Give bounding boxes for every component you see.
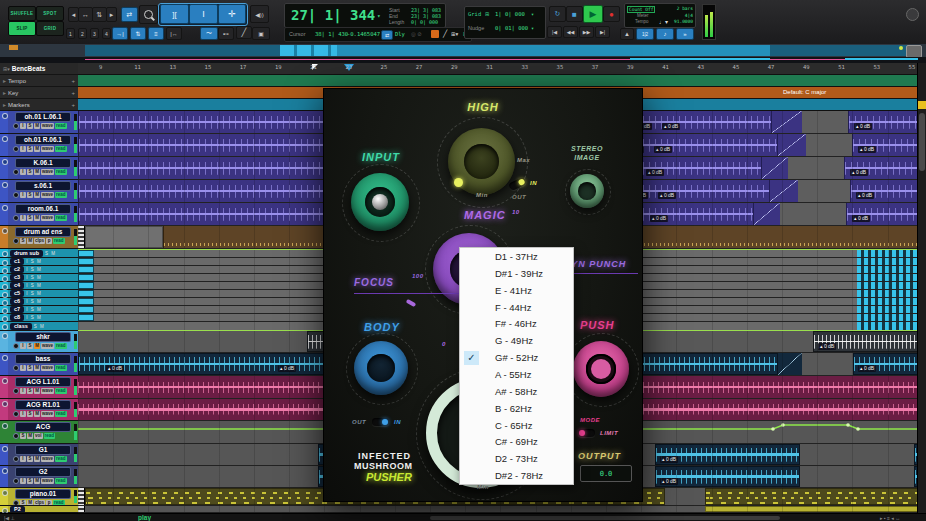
clip-cyancluster[interactable] [857,306,918,313]
zoom-tool-button[interactable] [139,5,158,24]
track-name[interactable]: c5 [10,290,24,297]
track-button-wave[interactable]: wave [41,192,54,198]
track-button-wave[interactable]: wave [41,343,54,349]
grid-value[interactable]: 1| 0| 000 [495,11,525,17]
bottom-zoom-icons[interactable]: ▸ ▪ ≡ ◂ ↔ [880,515,900,521]
body-in-out-toggle[interactable] [372,418,389,426]
clip-cyancluster[interactable] [857,250,918,257]
dropdown-item[interactable]: A# - 58Hz [460,383,573,400]
track-name[interactable]: K.06.1 [15,158,71,168]
clip-cyancluster[interactable] [857,266,918,273]
track-buttons-small[interactable]: I S M [26,267,42,272]
track-button-wave[interactable]: wave [41,123,54,129]
edit-mode-grid[interactable]: GRID [36,21,64,36]
record-enable-icon[interactable] [13,238,19,244]
track-name[interactable]: ACG [15,422,71,432]
track-color-strip[interactable] [0,466,8,488]
meter-label[interactable]: Meter [637,13,649,18]
tempo-value[interactable]: 91.0000 [674,19,693,24]
clip-cyancluster[interactable] [857,290,918,297]
clip-cyancluster[interactable] [857,258,918,265]
clip-limit-toggle[interactable] [578,429,595,437]
insertion-follows-button[interactable]: |↔ [166,27,182,40]
track-color-strip[interactable] [0,226,8,249]
track-button-wave[interactable]: wave [41,411,54,417]
track-buttons-small[interactable]: I S M [26,283,42,288]
selector-tool-button[interactable]: I [189,4,218,24]
record-enable-icon[interactable] [13,169,19,175]
rewind-button[interactable]: ◀◀ [563,26,578,38]
track-header[interactable]: c1I S M [8,258,78,266]
return-to-zero-button[interactable]: |◀ [547,26,562,38]
add-tempo-icon[interactable]: + [71,78,75,84]
focus-slider-handle[interactable] [406,299,417,307]
record-enable-icon[interactable] [13,343,19,349]
session-name-header[interactable]: ⊞▾ BencBeats [0,63,78,75]
track-button-s[interactable]: S [27,123,33,129]
track-buttons-small[interactable]: I S M [26,259,42,264]
automation-read-button[interactable]: read [55,456,67,462]
zoom-vertical-icon[interactable]: ⇅ [92,7,107,22]
clip-pfade[interactable] [762,157,788,179]
mini-keyboard[interactable] [78,488,85,505]
track-header[interactable]: drum ad ensSMclpspread [8,226,78,249]
track-buttons-small[interactable]: I S M [26,299,42,304]
clip-bfade[interactable] [778,353,802,375]
clip-pfade[interactable] [754,203,780,225]
clip-pfade[interactable] [770,180,798,202]
session-status-icon[interactable] [431,30,439,38]
clip-cyancluster[interactable] [857,322,918,330]
fast-forward-button[interactable]: ▶▶ [579,26,594,38]
layered-editing-button[interactable]: ⊷ [218,27,234,40]
track-name[interactable]: c7 [10,306,24,313]
track-color-strip[interactable] [0,322,8,331]
dropdown-item[interactable]: F - 44Hz [460,299,573,316]
clip-cyan[interactable] [78,274,94,281]
track-name[interactable]: c1 [10,258,24,265]
track-button-m[interactable]: M [34,215,40,221]
track-button-wave[interactable]: wave [41,456,54,462]
dropdown-item[interactable]: D2 - 73Hz [460,450,573,467]
track-header[interactable]: oh.01 L.06.1ISMwaveread [8,111,78,134]
caret-down-icon[interactable]: ▾ [531,11,534,17]
play-button[interactable]: ▶ [583,5,603,23]
automation-read-button[interactable]: read [55,365,67,371]
track-name[interactable]: room.06.1 [15,204,71,214]
caret-down-icon[interactable]: ▾ [377,12,381,19]
track-button-i[interactable]: I [20,478,26,484]
track-color-strip[interactable] [0,180,8,203]
clip-cyan[interactable] [78,306,94,313]
automation-read-button[interactable]: read [55,146,67,152]
go-to-end-button[interactable]: ▶| [595,26,610,38]
track-button-m[interactable]: M [27,433,33,439]
track-header[interactable]: c3I S M [8,274,78,282]
track-header[interactable]: bassISMwaveread [8,353,78,376]
push-knob[interactable] [573,341,629,397]
track-header[interactable]: drum subS M [8,249,78,258]
grid-mode-icon[interactable]: ⊞▾ [451,31,458,37]
track-header[interactable]: G2ISMwaveread [8,466,78,488]
track-button-i[interactable]: I [20,388,26,394]
zoom-preset-2[interactable]: 2 [78,28,87,39]
markers-lane-header[interactable]: ▸Markers + [0,99,78,111]
automation-read-button[interactable]: read [55,123,67,129]
track-header[interactable]: c4I S M [8,282,78,290]
dropdown-item[interactable]: F# - 46Hz [460,315,573,332]
clip-cyan[interactable] [78,290,94,297]
track-header[interactable]: classS M [8,322,78,331]
track-lane[interactable] [78,506,918,513]
hscroll-thumb[interactable] [430,516,780,520]
pre-post-roll-icon[interactable]: ⇄ [381,30,393,40]
record-enable-icon[interactable] [13,365,19,371]
automation-read-button[interactable]: read [55,478,67,484]
ruler-menu-icon[interactable]: ⊞▾ [3,66,10,72]
track-header[interactable]: ACGSMvolread [8,421,78,444]
caret-down-icon[interactable]: ▾ [531,25,534,31]
track-color-strip[interactable] [0,506,8,513]
track-name[interactable]: c8 [10,314,24,321]
track-color-strip[interactable] [0,444,8,466]
dropdown-item[interactable]: E - 41Hz [460,282,573,299]
clip-grayclip[interactable] [85,226,163,248]
metronome-button[interactable]: ▲ [620,28,634,40]
track-name[interactable]: c4 [10,282,24,289]
